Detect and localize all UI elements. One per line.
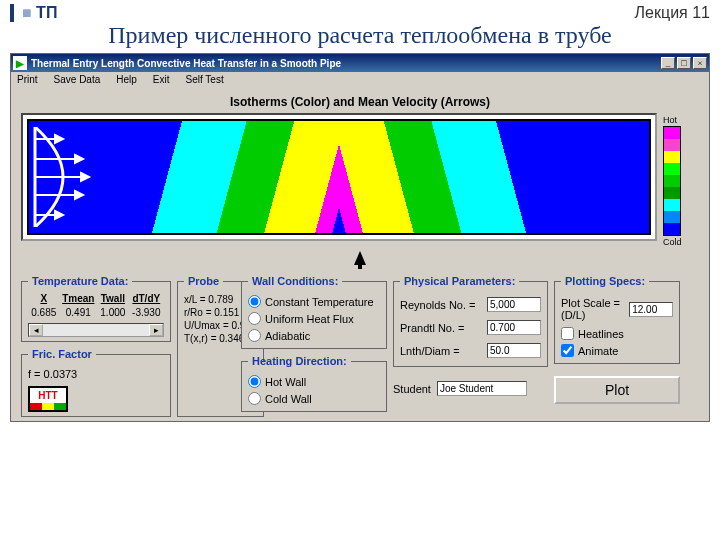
window-title: Thermal Entry Length Convective Heat Tra… (31, 58, 659, 69)
th-dtdy: dT/dY (129, 293, 164, 306)
app-window: ▶ Thermal Entry Length Convective Heat T… (10, 53, 710, 422)
temperature-data-title: Temperature Data: (28, 275, 132, 287)
maximize-button[interactable]: □ (677, 57, 691, 69)
plot-scale-input[interactable]: 12.00 (629, 302, 673, 317)
heating-direction-panel: Heating Direction: Hot Wall Cold Wall (241, 355, 387, 412)
temperature-data-panel: Temperature Data: X Tmean Twall dT/dY 0.… (21, 275, 171, 342)
minimize-button[interactable]: _ (661, 57, 675, 69)
table-row: 0.685 0.491 1.000 -3.930 (28, 306, 164, 319)
radio-constant-temp[interactable]: Constant Temperature (248, 293, 380, 310)
legend-cold-label: Cold (663, 237, 699, 247)
probe-arrow-icon (354, 251, 366, 265)
menu-exit[interactable]: Exit (153, 74, 170, 85)
close-button[interactable]: × (693, 57, 707, 69)
radio-uniform-heat-flux[interactable]: Uniform Heat Flux (248, 310, 380, 327)
legend-colorbar (663, 126, 681, 236)
student-input[interactable]: Joe Student (437, 381, 527, 396)
lecture-number: Лекция 11 (635, 4, 710, 22)
physical-parameters-panel: Physical Parameters: Reynolds No. =5,000… (393, 275, 548, 367)
fric-factor-value: f = 0.0373 (28, 366, 164, 382)
slide-logo: ТП (10, 4, 57, 22)
isotherm-heatmap (27, 119, 651, 235)
menubar: Print Save Data Help Exit Self Test (11, 72, 709, 87)
svg-marker-9 (55, 211, 63, 219)
svg-marker-1 (55, 135, 63, 143)
radio-cold-wall[interactable]: Cold Wall (248, 390, 380, 407)
plot-title: Isotherms (Color) and Mean Velocity (Arr… (21, 91, 699, 113)
menu-self-test[interactable]: Self Test (186, 74, 224, 85)
prandtl-input[interactable]: 0.700 (487, 320, 541, 335)
wall-conditions-panel: Wall Conditions: Constant Temperature Un… (241, 275, 387, 349)
fric-factor-title: Fric. Factor (28, 348, 96, 360)
lnth-diam-label: Lnth/Diam = (400, 345, 460, 357)
svg-marker-7 (75, 191, 83, 199)
menu-print[interactable]: Print (17, 74, 38, 85)
plotting-specs-title: Plotting Specs: (561, 275, 649, 287)
radio-adiabatic[interactable]: Adiabatic (248, 327, 380, 344)
legend-hot-label: Hot (663, 115, 699, 125)
velocity-profile-icon (33, 127, 93, 227)
menu-save-data[interactable]: Save Data (54, 74, 101, 85)
prandtl-label: Prandtl No. = (400, 322, 465, 334)
th-x: X (28, 293, 60, 306)
lnth-diam-input[interactable]: 50.0 (487, 343, 541, 358)
radio-hot-wall[interactable]: Hot Wall (248, 373, 380, 390)
titlebar: ▶ Thermal Entry Length Convective Heat T… (11, 54, 709, 72)
scroll-left-icon[interactable]: ◂ (29, 324, 43, 336)
checkbox-heatlines[interactable]: Heatlines (561, 325, 673, 342)
slide-title: Пример численного расчета теплообмена в … (0, 22, 720, 53)
th-twall: Twall (97, 293, 129, 306)
plot-scale-label: Plot Scale = (D/L) (561, 297, 629, 321)
app-icon: ▶ (13, 56, 27, 70)
reynolds-input[interactable]: 5,000 (487, 297, 541, 312)
temperature-scrollbar[interactable]: ◂ ▸ (28, 323, 164, 337)
scroll-right-icon[interactable]: ▸ (149, 324, 163, 336)
plot-canvas (21, 113, 657, 241)
th-tmean: Tmean (60, 293, 98, 306)
svg-marker-3 (75, 155, 83, 163)
wall-conditions-title: Wall Conditions: (248, 275, 342, 287)
svg-marker-5 (81, 173, 89, 181)
reynolds-label: Reynolds No. = (400, 299, 476, 311)
probe-title: Probe (184, 275, 223, 287)
color-legend: Hot Cold (663, 113, 699, 247)
menu-help[interactable]: Help (116, 74, 137, 85)
checkbox-animate[interactable]: Animate (561, 342, 673, 359)
plotting-specs-panel: Plotting Specs: Plot Scale = (D/L)12.00 … (554, 275, 680, 364)
htt-logo-icon: HTT (28, 386, 68, 412)
heating-direction-title: Heating Direction: (248, 355, 351, 367)
student-label: Student (393, 383, 431, 395)
fric-factor-panel: Fric. Factor f = 0.0373 HTT (21, 348, 171, 417)
physical-parameters-title: Physical Parameters: (400, 275, 519, 287)
plot-button[interactable]: Plot (554, 376, 680, 404)
